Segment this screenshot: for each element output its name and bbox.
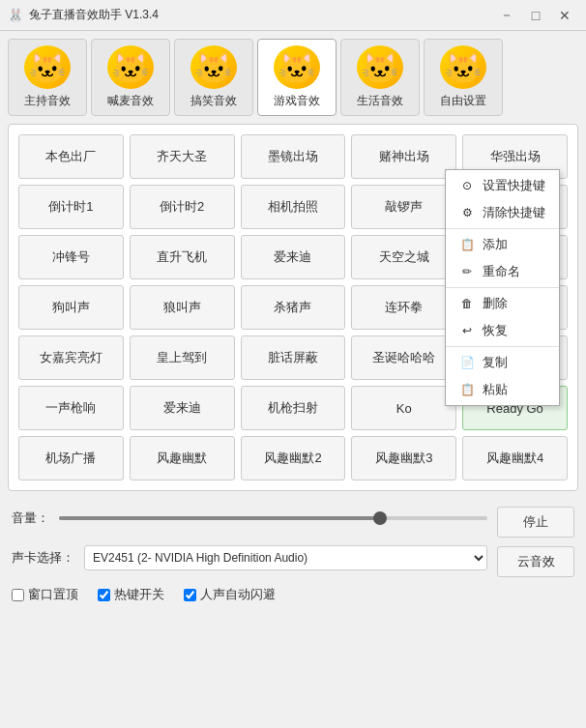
nav-item-funny[interactable]: 🐱 搞笑音效 [174, 39, 253, 116]
soundcard-row: 声卡选择： EV2451 (2- NVIDIA High Definition … [12, 545, 487, 570]
sound-button-25[interactable]: 一声枪响 [18, 386, 124, 430]
context-menu-item-delete[interactable]: 🗑 删除 [446, 290, 559, 317]
checkbox-item-on-top[interactable]: 窗口置顶 [12, 586, 78, 603]
nav-icon-wheat: 🐱 [107, 45, 154, 89]
context-menu-label-paste: 粘贴 [483, 381, 508, 398]
context-menu-separator-3 [446, 287, 559, 288]
context-menu-separator-1 [446, 228, 559, 229]
context-menu-label-delete: 删除 [483, 295, 508, 312]
nav-item-life[interactable]: 🐱 生活音效 [340, 39, 420, 116]
checkbox-row: 窗口置顶热键开关人声自动闪避 [12, 586, 574, 603]
context-menu-icon-restore: ↩ [459, 323, 475, 338]
context-menu-label-rename: 重命名 [483, 263, 520, 280]
checkbox-input-hotkey[interactable] [98, 589, 110, 601]
nav-icon-game: 🐱 [274, 45, 320, 89]
sound-button-34[interactable]: 风趣幽默4 [462, 436, 568, 480]
context-menu-icon-clear-shortcut: ⚙ [459, 205, 475, 220]
close-button[interactable]: ✕ [551, 5, 578, 26]
sound-button-17[interactable]: 杀猪声 [241, 285, 346, 330]
soundcard-label: 声卡选择： [12, 549, 74, 567]
context-menu-item-add[interactable]: 📋 添加 [446, 231, 559, 258]
context-menu-icon-add: 📋 [459, 237, 475, 252]
context-menu: ⊙ 设置快捷键 ⚙ 清除快捷键 📋 添加 ✏ 重命名 🗑 删除 ↩ 恢复 📄 复… [445, 169, 560, 406]
sound-button-2[interactable]: 墨镜出场 [241, 134, 346, 179]
context-menu-label-restore: 恢复 [483, 322, 508, 339]
context-menu-item-paste[interactable]: 📋 粘贴 [446, 376, 559, 403]
nav-label-funny: 搞笑音效 [190, 93, 237, 109]
sound-button-18[interactable]: 连环拳 [351, 285, 456, 330]
nav-item-game[interactable]: 🐱 游戏音效 [257, 39, 337, 116]
checkbox-label-hotkey: 热键开关 [114, 586, 164, 603]
maximize-button[interactable]: □ [522, 5, 549, 26]
nav-label-game: 游戏音效 [274, 93, 320, 109]
title-bar: 🐰 兔子直播音效助手 V1.3.4 － □ ✕ [0, 0, 586, 31]
sound-button-28[interactable]: Ko [351, 386, 456, 430]
nav-icon-host: 🐱 [24, 45, 71, 89]
sound-button-7[interactable]: 相机拍照 [241, 185, 346, 229]
nav-icon-life: 🐱 [357, 45, 403, 89]
volume-thumb[interactable] [373, 511, 387, 525]
nav-bar: 🐱 主持音效 🐱 喊麦音效 🐱 搞笑音效 🐱 游戏音效 🐱 生活音效 [0, 31, 586, 116]
stop-button[interactable]: 停止 [497, 507, 574, 538]
checkbox-input-on-top[interactable] [12, 589, 24, 601]
sound-button-11[interactable]: 直升飞机 [130, 235, 235, 279]
context-menu-icon-delete: 🗑 [459, 296, 475, 311]
context-menu-icon-copy: 📄 [459, 355, 475, 370]
context-menu-item-copy[interactable]: 📄 复制 [446, 349, 559, 376]
minimize-button[interactable]: － [493, 5, 520, 26]
sound-button-33[interactable]: 风趣幽默3 [351, 436, 456, 480]
sound-button-23[interactable]: 圣诞哈哈哈 [351, 335, 456, 380]
nav-label-settings: 自由设置 [440, 93, 486, 109]
context-menu-icon-set-shortcut: ⊙ [459, 178, 475, 193]
volume-slider[interactable] [59, 516, 487, 520]
sound-button-8[interactable]: 敲锣声 [351, 185, 456, 229]
context-menu-item-clear-shortcut[interactable]: ⚙ 清除快捷键 [446, 199, 559, 226]
sound-button-22[interactable]: 脏话屏蔽 [241, 335, 346, 380]
context-menu-separator-5 [446, 346, 559, 347]
context-menu-item-set-shortcut[interactable]: ⊙ 设置快捷键 [446, 172, 559, 199]
checkbox-input-voice-flash[interactable] [184, 589, 196, 601]
checkbox-item-voice-flash[interactable]: 人声自动闪避 [184, 586, 276, 603]
sound-button-31[interactable]: 风趣幽默 [130, 436, 235, 480]
nav-item-settings[interactable]: 🐱 自由设置 [424, 39, 503, 116]
sound-button-6[interactable]: 倒计时2 [130, 185, 235, 229]
sound-button-1[interactable]: 齐天大圣 [130, 134, 235, 179]
nav-icon-settings: 🐱 [440, 45, 486, 89]
sound-button-13[interactable]: 天空之城 [351, 235, 456, 279]
sound-button-30[interactable]: 机场广播 [18, 436, 124, 480]
context-menu-item-rename[interactable]: ✏ 重命名 [446, 258, 559, 285]
context-menu-icon-rename: ✏ [459, 264, 475, 279]
sound-button-15[interactable]: 狗叫声 [18, 285, 124, 330]
context-menu-icon-paste: 📋 [459, 382, 475, 397]
volume-fill [59, 516, 380, 520]
nav-label-life: 生活音效 [357, 93, 403, 109]
soundcard-select[interactable]: EV2451 (2- NVIDIA High Definition Audio) [84, 545, 487, 570]
context-menu-item-restore[interactable]: ↩ 恢复 [446, 317, 559, 344]
title-bar-left: 🐰 兔子直播音效助手 V1.3.4 [8, 7, 159, 23]
cloud-button[interactable]: 云音效 [497, 546, 574, 577]
sound-button-3[interactable]: 赌神出场 [351, 134, 456, 179]
title-bar-controls: － □ ✕ [493, 5, 578, 26]
nav-label-wheat: 喊麦音效 [107, 93, 154, 109]
nav-item-host[interactable]: 🐱 主持音效 [8, 39, 87, 116]
context-menu-label-set-shortcut: 设置快捷键 [483, 177, 545, 194]
app-icon: 🐰 [8, 8, 23, 22]
sound-button-21[interactable]: 皇上驾到 [130, 335, 235, 380]
sound-button-20[interactable]: 女嘉宾亮灯 [18, 335, 124, 380]
context-menu-label-copy: 复制 [483, 354, 508, 371]
sound-button-10[interactable]: 冲锋号 [18, 235, 124, 279]
sound-button-0[interactable]: 本色出厂 [18, 134, 124, 179]
sound-button-5[interactable]: 倒计时1 [18, 185, 124, 229]
sound-button-12[interactable]: 爱来迪 [241, 235, 346, 279]
volume-label: 音量： [12, 510, 49, 527]
checkbox-item-hotkey[interactable]: 热键开关 [98, 586, 164, 603]
sound-button-16[interactable]: 狼叫声 [130, 285, 235, 330]
bottom-area: 音量： 停止 声卡选择： EV2451 (2- NVIDIA High Defi… [0, 499, 586, 611]
checkbox-label-voice-flash: 人声自动闪避 [200, 586, 276, 603]
sound-button-27[interactable]: 机枪扫射 [241, 386, 346, 430]
sound-button-32[interactable]: 风趣幽默2 [241, 436, 346, 480]
nav-item-wheat[interactable]: 🐱 喊麦音效 [91, 39, 170, 116]
sound-button-26[interactable]: 爱来迪 [130, 386, 235, 430]
nav-icon-funny: 🐱 [190, 45, 237, 89]
context-menu-label-clear-shortcut: 清除快捷键 [483, 204, 545, 221]
